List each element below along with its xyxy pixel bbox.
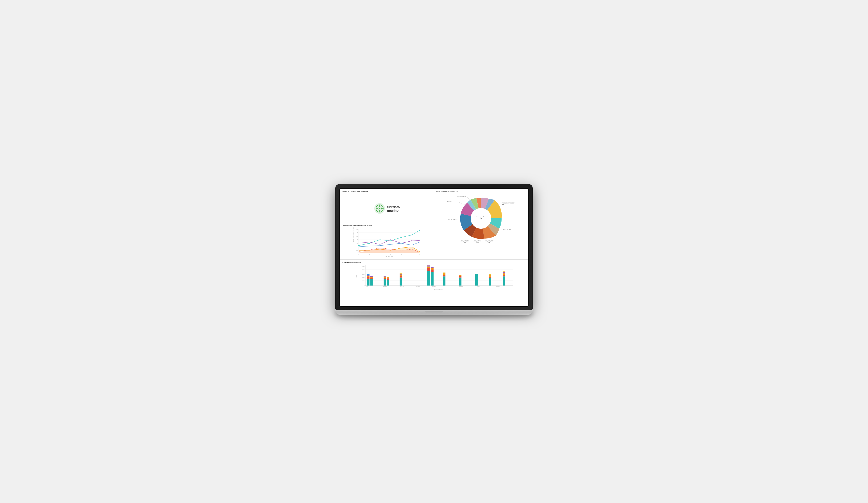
laptop-bezel: Esri ArcGIS Enterprise usage information — [339, 188, 529, 307]
svg-text:4: 4 — [401, 254, 402, 255]
svg-text:0: 0 — [357, 252, 358, 253]
label-mapping-pct: 11% — [477, 242, 479, 243]
bar-seg — [384, 276, 386, 276]
svg-point-3 — [379, 208, 381, 209]
donut-center-text-2: 21% — [480, 218, 482, 219]
svg-text:2: 2 — [380, 254, 380, 255]
panel-logo-linechart: Esri ArcGIS Enterprise usage information — [340, 189, 434, 260]
bar-seg — [400, 273, 402, 273]
svg-text:70,000: 70,000 — [362, 266, 364, 267]
x-tick: 2023-06-01 — [496, 286, 500, 287]
dot — [358, 245, 359, 246]
svg-text:2: 2 — [357, 239, 358, 240]
laptop-base — [335, 310, 533, 315]
bar-seg — [367, 277, 369, 279]
panel-donut: ArcGIS operations by host and type — [434, 189, 528, 260]
svg-text:2.5: 2.5 — [356, 236, 358, 237]
bar-seg — [431, 270, 434, 272]
bar-seg-teal-tall — [475, 274, 478, 285]
laptop-screen-outer: Esri ArcGIS Enterprise usage information — [335, 184, 533, 310]
dot — [401, 237, 402, 238]
dot — [419, 230, 420, 231]
logo-line2: monitor — [387, 209, 400, 213]
donut-chart-title: ArcGIS operations by host and type — [436, 191, 526, 192]
bar-seg — [384, 279, 386, 285]
label-agis-m: AGIS_M... 11% — [447, 219, 455, 220]
bar-seg — [503, 273, 505, 274]
bar-seg — [503, 271, 505, 272]
bar-seg — [384, 276, 386, 278]
dot — [369, 243, 370, 244]
donut-center-text-1: services.arcgisonline.com — [474, 216, 487, 217]
bar-seg — [370, 277, 373, 278]
line-chart-svg: Average server response time [ms] — [343, 227, 431, 258]
svg-text:1: 1 — [357, 246, 358, 247]
dot — [411, 234, 412, 235]
label-map-rest-left: AGIS_MAP_REST — [461, 240, 469, 241]
label-feature-rest: AGIS_FEATURE_REST — [502, 202, 515, 204]
bar-seg-peak — [427, 271, 430, 285]
label-map-rest-top: AGIS_MAP_REST 4% — [457, 196, 466, 197]
bar-seg — [387, 280, 389, 285]
svg-text:50,000: 50,000 — [362, 271, 364, 272]
x-tick: 2023-02-01 — [416, 286, 420, 287]
svg-text:3: 3 — [390, 254, 391, 255]
bar-seg — [431, 268, 434, 269]
svg-text:20,000: 20,000 — [362, 280, 364, 281]
bar-seg — [443, 276, 445, 285]
bar-seg — [489, 275, 491, 276]
bar-seg — [400, 273, 402, 274]
bar-seg — [431, 272, 434, 285]
bar-seg-peak — [427, 266, 430, 268]
svg-text:0.5: 0.5 — [356, 250, 358, 251]
donut-chart-svg: services.arcgisonline.com 21% AGIS_FEATU… — [436, 193, 526, 244]
bar-chart-svg: Count 0 10,000 20,000 30,000 40,000 — [342, 264, 526, 290]
bar-seg — [400, 278, 402, 285]
bar-seg — [489, 276, 491, 278]
dashboard: Esri ArcGIS Enterprise usage information — [340, 189, 528, 306]
panel-bar: ArcGIS MapServer operations Count 0 — [340, 260, 528, 306]
svg-text:30,000: 30,000 — [362, 277, 364, 278]
line-chart-title: Average Server Response time by day of t… — [343, 225, 431, 226]
bar-seg — [443, 272, 445, 273]
bar-seg — [489, 278, 491, 285]
bar-seg — [503, 272, 505, 273]
bar-seg — [400, 276, 402, 278]
line-series-2 — [359, 242, 420, 247]
label-map-rest-right: AGIS_MAP_REST — [485, 240, 494, 241]
svg-text:10,000: 10,000 — [362, 282, 364, 283]
logo-line1: service. — [387, 204, 400, 208]
label-line — [467, 197, 471, 201]
svg-text:0: 0 — [359, 254, 359, 255]
panel-logo-title: Esri ArcGIS Enterprise usage information — [342, 191, 432, 192]
label-gp: - AGIS_GP 12% — [503, 229, 511, 230]
x-tick: 2023-03-01 — [432, 286, 436, 287]
bar-seg — [384, 278, 386, 279]
bar-seg — [367, 275, 369, 276]
bar-seg — [370, 279, 373, 285]
svg-text:1.5: 1.5 — [356, 243, 358, 244]
logo-text: service. monitor — [387, 204, 400, 213]
bar-seg-peak — [427, 265, 430, 266]
bar-seg — [370, 276, 373, 277]
bar-seg — [387, 278, 389, 280]
logo-area: service. monitor — [342, 193, 432, 224]
bar-seg — [367, 274, 369, 275]
bar-seg-peak — [427, 265, 430, 265]
laptop-screen: Esri ArcGIS Enterprise usage information — [340, 189, 528, 306]
bar-seg — [459, 278, 462, 285]
service-monitor-logo-icon — [374, 203, 385, 214]
bar-seg — [443, 275, 445, 276]
laptop: Esri ArcGIS Enterprise usage information — [335, 184, 533, 319]
bar-seg — [503, 275, 505, 276]
label-map-rest-left-pct: 10% — [464, 242, 466, 243]
bar-seg — [367, 276, 369, 277]
x-tick: 2023-04-01 — [459, 286, 463, 287]
bar-seg — [367, 273, 369, 274]
bar-seg — [367, 279, 369, 285]
svg-text:0: 0 — [364, 285, 364, 286]
bar-seg — [370, 278, 373, 279]
bar-seg-peak — [427, 268, 430, 270]
svg-text:6: 6 — [419, 254, 420, 255]
label-mapping: AGIS_MAPPING — [474, 240, 482, 241]
